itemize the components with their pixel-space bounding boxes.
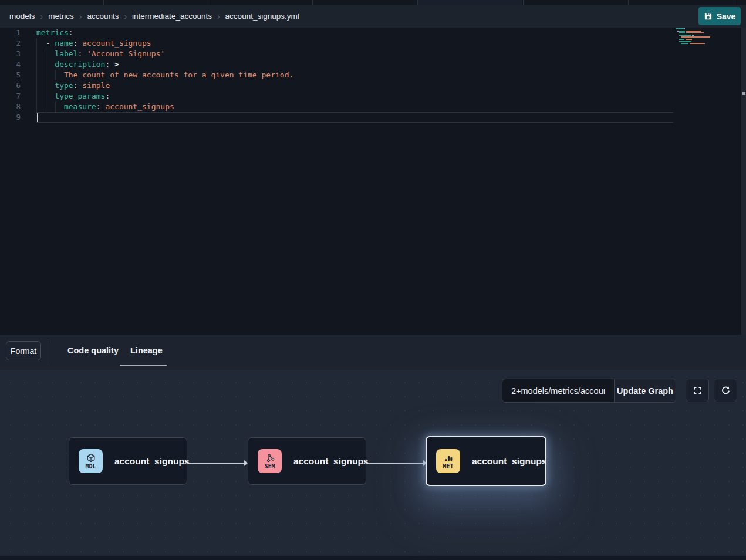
fullscreen-icon xyxy=(693,386,703,396)
line-number: 8 xyxy=(0,102,21,112)
chevron-right-icon: › xyxy=(79,12,82,21)
cube-icon xyxy=(86,453,96,463)
badge-label: SEM xyxy=(264,463,275,470)
code-editor[interactable]: 1 metrics: 2 - name: account_signups 3 l… xyxy=(0,28,746,335)
editor-scrollbar[interactable] xyxy=(741,28,746,335)
chevron-right-icon: › xyxy=(124,12,127,21)
code-line: 1 metrics: xyxy=(0,28,746,38)
semantic-model-badge: SEM xyxy=(258,449,282,473)
badge-label: MET xyxy=(443,463,453,470)
indent-guide xyxy=(36,38,37,112)
indent-guide xyxy=(46,49,46,112)
breadcrumb: models › metrics › accounts › intermedia… xyxy=(0,5,746,28)
tab-lineage[interactable]: Lineage xyxy=(130,346,163,355)
line-number: 3 xyxy=(0,49,21,59)
format-button[interactable]: Format xyxy=(6,341,41,360)
graph-filter-group: Update Graph xyxy=(502,379,676,403)
code-line: 4 description: > xyxy=(0,59,746,70)
metric-badge: MET xyxy=(436,449,460,473)
line-number: 5 xyxy=(0,70,21,80)
ide-window: models › metrics › accounts › intermedia… xyxy=(0,0,746,560)
lineage-edge xyxy=(367,463,426,464)
node-label: account_signups xyxy=(114,456,189,467)
bar-chart-icon xyxy=(444,453,453,463)
line-number: 6 xyxy=(0,80,21,91)
breadcrumb-item-accounts[interactable]: accounts xyxy=(87,12,119,21)
lineage-node-semantic-model[interactable]: SEM account_signups xyxy=(248,437,366,485)
chevron-right-icon: › xyxy=(40,12,43,21)
lineage-edge xyxy=(188,463,247,464)
save-button[interactable]: Save xyxy=(698,7,741,25)
scrollbar-thumb[interactable] xyxy=(742,92,745,95)
breadcrumb-item-models[interactable]: models xyxy=(9,12,35,21)
line-number: 2 xyxy=(0,38,21,49)
update-graph-button[interactable]: Update Graph xyxy=(614,379,676,403)
line-number: 9 xyxy=(0,112,21,123)
model-badge: MDL xyxy=(79,449,103,473)
text-cursor xyxy=(37,113,38,122)
editor-tab-highlighted[interactable] xyxy=(418,0,522,5)
breadcrumb-item-metrics[interactable]: metrics xyxy=(48,12,74,21)
fullscreen-button[interactable] xyxy=(686,379,709,402)
lineage-node-metric-selected[interactable]: MET account_signups xyxy=(426,436,546,486)
active-tab-underline xyxy=(120,365,167,366)
panel-bottom-strip xyxy=(0,556,746,560)
code-line: 8 measure: account_signups xyxy=(0,102,746,112)
divider xyxy=(48,339,48,362)
refresh-icon xyxy=(721,386,731,396)
code-line: 2 - name: account_signups xyxy=(0,38,746,49)
code-line: 7 type_params: xyxy=(0,91,746,102)
code-line: 6 type: simple xyxy=(0,80,746,91)
line-number: 1 xyxy=(0,28,21,38)
node-label: account_signups xyxy=(293,456,368,467)
bottom-panel: Format Code quality Lineage Update Graph xyxy=(0,335,746,560)
semantic-graph-icon xyxy=(265,453,275,463)
node-label: account_signups xyxy=(472,456,546,467)
indent-guide xyxy=(55,102,56,112)
line-number: 4 xyxy=(0,59,21,70)
code-line: 3 label: 'Account Signups' xyxy=(0,49,746,59)
code-line: 5 The count of new accounts for a given … xyxy=(0,70,746,80)
floppy-disk-icon xyxy=(704,12,713,21)
breadcrumb-item-file[interactable]: account_signups.yml xyxy=(225,12,299,21)
chevron-right-icon: › xyxy=(217,12,220,21)
code-line-current: 9 xyxy=(0,112,746,123)
editor-minimap[interactable] xyxy=(675,28,714,45)
lineage-filter-input[interactable] xyxy=(502,379,615,403)
lineage-node-model[interactable]: MDL account_signups xyxy=(69,437,187,485)
lineage-graph[interactable]: Update Graph xyxy=(0,370,746,556)
breadcrumb-item-intermediate-accounts[interactable]: intermediate_accounts xyxy=(132,12,212,21)
indent-guide xyxy=(55,70,56,80)
badge-label: MDL xyxy=(85,463,96,470)
editor-tab-strip[interactable] xyxy=(0,0,746,5)
refresh-button[interactable] xyxy=(714,379,737,402)
line-number: 7 xyxy=(0,91,21,102)
tab-code-quality[interactable]: Code quality xyxy=(67,346,119,355)
